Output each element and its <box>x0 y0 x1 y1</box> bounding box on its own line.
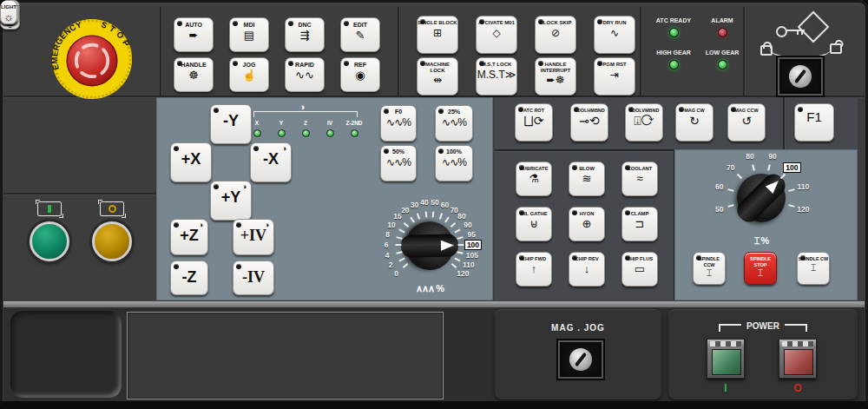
auxiliary-button[interactable]: COOLANT ≈ <box>621 162 658 196</box>
function-button[interactable]: MACHINE LOCK ⇹ <box>417 57 458 96</box>
axis-led-label: Z-2ND <box>345 120 362 126</box>
rapid-override-button[interactable]: 25% ∿∿% <box>435 105 473 142</box>
auxiliary-button[interactable]: BLOW ≋ <box>569 162 605 196</box>
led-indicator-icon <box>718 60 727 69</box>
button-led-icon <box>572 210 577 215</box>
button-led-icon <box>236 222 241 228</box>
dial-tick <box>728 204 734 208</box>
function-button[interactable]: PGM RST ⇥ <box>594 57 635 96</box>
round-push-button[interactable] <box>92 221 132 261</box>
axis-jog-button[interactable]: +X <box>170 142 212 182</box>
dial-tick <box>728 188 734 192</box>
mode-button[interactable]: RAPID ∿∿ <box>285 57 325 92</box>
power-off-button[interactable] <box>779 339 817 379</box>
button-label: JOG <box>243 63 256 69</box>
mode-button[interactable]: AUTO ➨ <box>174 17 214 52</box>
function-button[interactable]: M.S.T LOCK M.S.T≫ <box>476 57 517 96</box>
axis-jog-button[interactable]: ◑ +Z <box>170 219 208 255</box>
status-led-panel: ATC READY ALARM HIGH GEAR LOW GEAR <box>649 17 746 69</box>
atc-icon: ↻ <box>689 115 700 127</box>
auxiliary-icon: ▭ <box>635 263 645 274</box>
button-led-icon <box>798 107 803 112</box>
dial-tick <box>736 173 741 178</box>
mode-button[interactable]: REF ◉ <box>340 57 380 92</box>
atc-button[interactable]: TOOLHMBND ⊸⟲ <box>570 103 608 142</box>
function-button[interactable]: SINGLE BLOCK ⊞ <box>417 16 458 54</box>
auxiliary-button[interactable]: HYON ⊕ <box>569 207 605 241</box>
dial-scale-label: 80 <box>746 152 753 161</box>
rapid-override-button[interactable]: 100% ∿∿% <box>435 145 473 181</box>
dial-scale-label: 95 <box>468 230 476 239</box>
dial-tick <box>399 228 405 233</box>
axis-jog-button[interactable]: -IV <box>233 261 274 295</box>
atc-button[interactable]: TOOLVMBND ⍗⟳ <box>625 103 663 142</box>
button-led-icon <box>597 19 602 24</box>
button-label: LIGHT <box>1 4 16 10</box>
nameplate-area <box>128 313 443 399</box>
button-led-icon <box>479 19 484 24</box>
function-button[interactable]: HANDLE INTERRUPT ➨☸ <box>535 57 576 96</box>
mode-icon: ⇶ <box>300 30 310 42</box>
spindle-button[interactable]: SPINDLE CCW ⌶ <box>693 252 726 285</box>
dial-tick <box>395 244 401 246</box>
auxiliary-button[interactable]: CHIP REV ↓ <box>569 252 605 287</box>
atc-button[interactable]: ATC ROT ⨆⟳ <box>515 103 553 142</box>
unlock-icon <box>830 43 842 54</box>
reference-point-icon: ◑ <box>199 221 203 229</box>
dial-tick <box>396 251 402 254</box>
button-label: MAG CCW <box>734 108 759 114</box>
function-button[interactable]: DRY RUN ∿ <box>594 16 635 54</box>
axis-jog-button[interactable]: ◑ +Y <box>210 181 252 221</box>
button-label: PGM RST <box>602 62 626 68</box>
button-label: M.S.T LOCK <box>482 62 512 68</box>
utility-button[interactable]: LIGHT ☼ <box>0 0 17 24</box>
dial-tick <box>432 212 435 218</box>
status-led: HIGH GEAR <box>649 49 698 69</box>
panel-lock-keyswitch[interactable] <box>778 57 823 96</box>
spindle-button[interactable]: SPINDLE STOP ⌶ <box>744 252 777 285</box>
button-led-icon <box>253 146 259 151</box>
auxiliary-button[interactable]: CHIP FWD ↑ <box>516 252 552 287</box>
auxiliary-button[interactable]: CLAMP ⊐ <box>621 207 658 241</box>
button-led-icon <box>572 165 577 170</box>
round-push-button[interactable] <box>30 221 69 261</box>
mode-button[interactable]: HANDLE ☸ <box>174 57 214 92</box>
wave-icon: ∿∿% <box>442 156 466 168</box>
rapid-override-button[interactable]: F0 ∿∿% <box>380 105 417 142</box>
led-indicator-icon <box>302 129 310 137</box>
axis-led: IV <box>318 120 342 137</box>
power-label: POWER <box>746 321 779 331</box>
mode-button[interactable]: JOG ☝ <box>229 57 269 92</box>
rapid-override-button[interactable]: 50% ∿∿% <box>380 145 417 181</box>
mode-button[interactable]: EDIT ✎ <box>340 17 380 52</box>
axis-label: -Y <box>223 112 239 129</box>
function-icon: ∿ <box>610 27 619 39</box>
axis-jog-button[interactable]: ◑ -X <box>250 142 292 182</box>
auxiliary-button[interactable]: OIL GATHE ⊎ <box>516 207 552 241</box>
auxiliary-button[interactable]: CHIP FLUS ▭ <box>621 252 658 287</box>
spindle-dial-caption: ⌶ % <box>754 235 768 247</box>
spindle-button[interactable]: SPINDLE CW ⌶ <box>797 252 830 285</box>
feed-override-knob[interactable] <box>404 221 454 270</box>
spindle-panel: ⌶ % 5060708090100110120 SPINDLE CCW ⌶ SP… <box>674 149 858 300</box>
dial-tick <box>404 222 410 228</box>
dial-tick <box>780 173 786 178</box>
keyswitch-panel <box>745 7 856 96</box>
button-led-icon <box>420 61 425 66</box>
mode-button[interactable]: DNC ⇶ <box>285 17 325 52</box>
auxiliary-icon: ⊎ <box>529 218 538 229</box>
mode-button[interactable]: MDI ▤ <box>229 17 269 52</box>
function-button[interactable]: BLOCK SKIP ⊘ <box>535 16 576 54</box>
function-button[interactable]: ATCIVATE M01 ◇ <box>476 16 517 54</box>
bottom-bezel <box>0 401 868 409</box>
auxiliary-button[interactable]: LUBRICATE ⚗ <box>516 162 552 196</box>
auxiliary-button-grid: LUBRICATE ⚗ BLOW ≋ COOLANT ≈ OIL GATHE ⊎… <box>516 162 658 287</box>
button-led-icon <box>214 184 219 189</box>
power-on-button[interactable] <box>707 339 745 379</box>
button-label: MDI <box>244 23 255 29</box>
mag-jog-keyswitch[interactable] <box>558 340 603 379</box>
axis-jog-button[interactable]: -Z <box>170 261 208 295</box>
axis-led: Z <box>293 120 318 137</box>
axis-jog-button[interactable]: ◑ +IV <box>233 219 274 255</box>
emergency-stop-button[interactable]: EMERGENCY STOP <box>50 17 134 101</box>
